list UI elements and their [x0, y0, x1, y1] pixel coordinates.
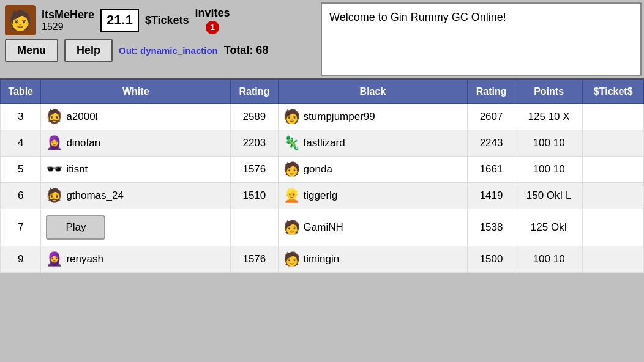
black-name: timingin	[304, 253, 340, 265]
white-avatar: 🧕	[46, 253, 62, 266]
tickets-label: $Tickets	[145, 14, 189, 27]
menu-button[interactable]: Menu	[5, 39, 58, 62]
col-header-white: White	[41, 80, 231, 104]
cell-points: 100 10	[515, 157, 583, 183]
cell-tickets	[583, 104, 644, 130]
user-rating: 1529	[42, 21, 94, 32]
black-player-cell: 🧑timingin	[283, 253, 463, 266]
cell-black-player[interactable]: 🧑stumpjumper99	[278, 104, 468, 130]
black-name: gonda	[304, 163, 332, 175]
cell-black-rating: 2243	[468, 130, 515, 157]
cell-table-num: 4	[1, 130, 41, 157]
invites-section[interactable]: invites 1	[195, 7, 230, 34]
cell-points: 125 OkI	[515, 209, 583, 246]
col-header-points: Points	[515, 80, 583, 104]
cell-black-rating: 1500	[468, 246, 515, 273]
black-player-cell: 🦎fastlizard	[283, 136, 463, 150]
col-header-black: Black	[278, 80, 468, 104]
cell-white-player[interactable]: Play	[41, 209, 231, 246]
black-avatar: 👱	[283, 189, 300, 202]
table-header-row: Table White Rating Black Rating Points $…	[1, 80, 644, 104]
white-avatar: 🧕	[46, 136, 62, 150]
cell-table-num: 6	[1, 183, 41, 209]
cell-white-rating: 2203	[231, 130, 278, 157]
cell-black-rating: 1419	[468, 183, 515, 209]
cell-tickets	[583, 209, 644, 246]
white-player-cell: 🧕dinofan	[46, 136, 225, 150]
black-avatar: 🧑	[283, 110, 300, 124]
cell-black-player[interactable]: 🧑GamiNH	[278, 209, 468, 246]
table-row[interactable]: 9🧕renyash1576🧑timingin1500100 10	[1, 246, 644, 273]
cell-black-rating: 1661	[468, 157, 515, 183]
col-header-rating2: Rating	[468, 80, 515, 104]
col-header-rating1: Rating	[231, 80, 278, 104]
table-row[interactable]: 3🧔a2000l2589🧑stumpjumper992607125 10 X	[1, 104, 644, 130]
cell-white-player[interactable]: 🧔a2000l	[41, 104, 231, 130]
header: 🧑 ItsMeHere 1529 21.1 $Tickets invites 1…	[0, 0, 644, 79]
game-table: Table White Rating Black Rating Points $…	[0, 79, 644, 273]
white-player-cell: 🧕renyash	[46, 253, 225, 266]
header-top-row: 🧑 ItsMeHere 1529 21.1 $Tickets invites 1	[5, 5, 313, 35]
black-player-cell: 🧑GamiNH	[283, 221, 463, 234]
table-row[interactable]: 7Play🧑GamiNH1538125 OkI	[1, 209, 644, 246]
cell-white-rating	[231, 209, 278, 246]
black-player-cell: 🧑gonda	[283, 163, 463, 176]
play-button[interactable]: Play	[46, 215, 105, 240]
cell-white-player[interactable]: 🧔gthomas_24	[41, 183, 231, 209]
cell-white-rating: 1576	[231, 246, 278, 273]
cell-white-player[interactable]: 🧕renyash	[41, 246, 231, 273]
cell-table-num: 3	[1, 104, 41, 130]
user-info: ItsMeHere 1529	[42, 9, 94, 32]
cell-black-player[interactable]: 👱tiggerlg	[278, 183, 468, 209]
black-name: stumpjumper99	[304, 111, 375, 123]
cell-points: 125 10 X	[515, 104, 583, 130]
col-header-tickets: $Ticket$	[583, 80, 644, 104]
tickets-box: 21.1	[100, 9, 139, 32]
white-avatar: 🕶️	[46, 163, 62, 176]
white-name: gthomas_24	[66, 190, 124, 202]
cell-white-player[interactable]: 🕶️itisnt	[41, 157, 231, 183]
header-left: 🧑 ItsMeHere 1529 21.1 $Tickets invites 1…	[0, 0, 318, 78]
cell-white-rating: 1576	[231, 157, 278, 183]
white-name: renyash	[66, 253, 103, 265]
cell-black-player[interactable]: 🧑gonda	[278, 157, 468, 183]
username: ItsMeHere	[42, 9, 94, 21]
invites-badge[interactable]: 1	[206, 21, 219, 34]
black-avatar: 🧑	[283, 221, 300, 234]
white-player-cell: 🕶️itisnt	[46, 163, 225, 176]
tickets-value: 21.1	[107, 12, 133, 28]
black-avatar: 🧑	[283, 253, 300, 266]
white-name: itisnt	[66, 163, 88, 175]
table-row[interactable]: 4🧕dinofan2203🦎fastlizard2243100 10	[1, 130, 644, 157]
table-row[interactable]: 5🕶️itisnt1576🧑gonda1661100 10	[1, 157, 644, 183]
cell-points: 100 10	[515, 246, 583, 273]
white-player-cell: 🧔a2000l	[46, 110, 225, 124]
black-name: GamiNH	[304, 221, 343, 234]
help-button[interactable]: Help	[64, 39, 113, 62]
invites-label: invites	[195, 7, 230, 20]
white-player-cell: 🧔gthomas_24	[46, 189, 225, 202]
black-player-cell: 🧑stumpjumper99	[283, 110, 463, 124]
cell-black-rating: 2607	[468, 104, 515, 130]
cell-white-player[interactable]: 🧕dinofan	[41, 130, 231, 157]
white-avatar: 🧔	[46, 110, 62, 124]
cell-tickets	[583, 246, 644, 273]
black-name: tiggerlg	[304, 190, 338, 202]
user-avatar: 🧑	[5, 5, 36, 35]
cell-points: 150 OkI L	[515, 183, 583, 209]
table-row[interactable]: 6🧔gthomas_241510👱tiggerlg1419150 OkI L	[1, 183, 644, 209]
white-name: dinofan	[66, 137, 100, 149]
black-name: fastlizard	[304, 137, 345, 149]
black-avatar: 🧑	[283, 163, 300, 176]
cell-table-num: 7	[1, 209, 41, 246]
cell-tickets	[583, 157, 644, 183]
welcome-text: Welcome to Gin Rummy GC Online!	[329, 11, 506, 23]
header-bottom-row: Menu Help Out: dynamic_inaction Total: 6…	[5, 39, 313, 62]
cell-white-rating: 2589	[231, 104, 278, 130]
cell-tickets	[583, 183, 644, 209]
cell-white-rating: 1510	[231, 183, 278, 209]
cell-black-player[interactable]: 🦎fastlizard	[278, 130, 468, 157]
welcome-panel: Welcome to Gin Rummy GC Online!	[321, 2, 642, 76]
cell-tickets	[583, 130, 644, 157]
cell-black-player[interactable]: 🧑timingin	[278, 246, 468, 273]
